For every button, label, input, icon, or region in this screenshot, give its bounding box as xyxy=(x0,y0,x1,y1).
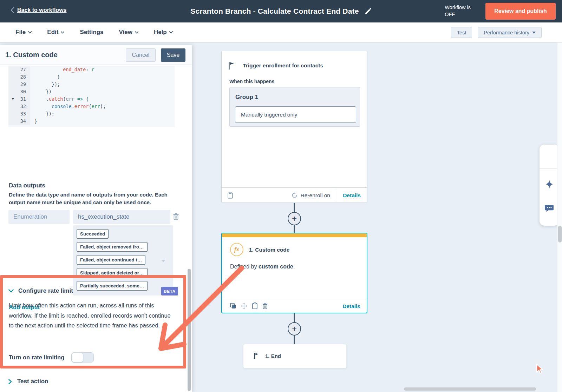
configure-rate-limit-toggle-header[interactable]: Configure rate limit xyxy=(8,287,73,294)
comments-icon[interactable] xyxy=(540,204,559,213)
code-text: } xyxy=(30,73,60,81)
enumeration-option-chip[interactable]: Failed, object removed fro… xyxy=(77,242,148,252)
code-line[interactable]: 30 }) xyxy=(8,88,175,95)
menu-item-label: Settings xyxy=(80,29,103,36)
save-button[interactable]: Save xyxy=(161,48,185,62)
vertical-scroll-thumb[interactable] xyxy=(558,226,562,242)
enumeration-option-chip[interactable]: Succeeded xyxy=(77,229,109,239)
top-header-bar: Back to workflows Scranton Branch - Calc… xyxy=(0,0,562,22)
enumeration-option-chip[interactable]: Skipped, action deleted or… xyxy=(77,268,148,278)
trigger-condition[interactable]: Manually triggered only xyxy=(235,106,356,123)
connector-line xyxy=(294,203,295,213)
custom-code-card[interactable]: fx 1. Custom code Defined by custom code… xyxy=(221,233,367,313)
enumeration-option-chip[interactable]: Failed, object continued t… xyxy=(77,255,145,265)
trigger-card[interactable]: Trigger enrollment for contacts When thi… xyxy=(221,51,367,203)
reenroll-label: Re-enroll on xyxy=(301,192,330,199)
fold-marker-icon[interactable]: ▼ xyxy=(12,95,14,103)
connector-line xyxy=(294,335,295,344)
caret-down-icon xyxy=(532,32,536,34)
workflow-status-line1: Workflow is xyxy=(445,4,471,11)
line-number: 28 xyxy=(8,73,30,81)
action-footer-icons xyxy=(230,303,268,309)
trigger-group-box[interactable]: Group 1 Manually triggered only xyxy=(229,87,360,127)
menu-item-view[interactable]: View xyxy=(119,29,138,36)
workflow-title: Scranton Branch - Calculate Contract End… xyxy=(190,7,359,15)
end-step-card[interactable]: 1. End xyxy=(243,344,347,368)
output-type-select[interactable]: Enumeration xyxy=(8,210,70,224)
code-line[interactable]: 27 end_date: r xyxy=(8,66,175,73)
defined-bold: custom code xyxy=(259,264,293,270)
chevron-down-icon xyxy=(28,31,32,34)
flag-icon xyxy=(229,62,234,69)
panel-header-buttons: Cancel Save xyxy=(126,48,185,62)
end-step-inner: 1. End xyxy=(254,353,281,359)
trigger-title: Trigger enrollment for contacts xyxy=(243,62,323,69)
code-text: }); xyxy=(30,110,54,118)
menu-item-label: File xyxy=(15,29,26,36)
enumeration-option-chip[interactable]: Partially succeeded, some… xyxy=(77,281,148,291)
code-text: .catch(err => { xyxy=(30,95,89,103)
action-card-footer: Details xyxy=(222,299,367,313)
menu-item-help[interactable]: Help xyxy=(154,29,173,36)
performance-history-button[interactable]: Performance history xyxy=(478,27,542,38)
line-number: 27 xyxy=(8,66,30,73)
edit-pencil-icon[interactable] xyxy=(365,8,372,15)
test-action-section-header[interactable]: Test action xyxy=(8,378,48,385)
flag-icon xyxy=(254,353,259,359)
menubar-right-buttons: Test Performance history xyxy=(451,27,542,38)
menu-item-file[interactable]: File xyxy=(15,29,32,36)
trash-icon[interactable] xyxy=(262,303,268,309)
chevron-down-icon xyxy=(8,289,14,293)
cancel-button[interactable]: Cancel xyxy=(126,48,156,62)
line-number: 33 xyxy=(8,110,30,118)
workflow-editor-app: Back to workflows Scranton Branch - Calc… xyxy=(0,0,562,392)
delete-output-icon[interactable] xyxy=(173,213,179,221)
enumeration-options-list: SucceededFailed, object removed fro…Fail… xyxy=(73,225,173,295)
review-and-publish-button[interactable]: Review and publish xyxy=(485,3,556,20)
code-line[interactable]: 28 } xyxy=(8,73,175,81)
output-name-input[interactable]: hs_execution_state xyxy=(73,210,170,224)
action-details-link[interactable]: Details xyxy=(342,299,360,313)
chevron-down-icon xyxy=(135,31,138,34)
menu-item-edit[interactable]: Edit xyxy=(47,29,64,36)
refresh-icon xyxy=(292,192,298,198)
panel-scroll-thumb[interactable] xyxy=(188,269,191,391)
clipboard-icon[interactable] xyxy=(252,303,257,309)
defined-prefix: Defined by xyxy=(230,264,259,270)
data-outputs-heading: Data outputs xyxy=(9,182,45,189)
workflow-status: Workflow is OFF xyxy=(445,4,471,18)
clipboard-icon[interactable] xyxy=(228,192,233,199)
test-action-label: Test action xyxy=(17,378,48,385)
menu-item-settings[interactable]: Settings xyxy=(80,29,103,36)
test-button-label: Test xyxy=(457,30,466,35)
code-line[interactable]: 34} xyxy=(8,118,175,125)
data-outputs-description: Define the data type and name of outputs… xyxy=(9,191,171,206)
rate-limit-toggle-row: Turn on rate limiting xyxy=(9,352,94,363)
reenroll-button[interactable]: Re-enroll on xyxy=(292,188,330,203)
chevron-right-icon xyxy=(8,379,12,384)
code-line[interactable]: 29 }); xyxy=(8,81,175,88)
code-editor[interactable]: 27 end_date: r28 }29 });30 })▼31 .catch(… xyxy=(8,66,175,127)
canvas-horizontal-scroll-thumb[interactable] xyxy=(404,387,536,391)
toolbar-divider xyxy=(540,168,559,169)
copy-icon[interactable] xyxy=(230,303,236,309)
line-number: 30 xyxy=(8,88,30,95)
move-icon[interactable] xyxy=(241,303,247,309)
rate-limit-heading: Configure rate limit xyxy=(18,287,73,294)
connector-line xyxy=(294,225,295,233)
toggle-knob xyxy=(72,353,83,362)
code-text: console.error(err); xyxy=(30,103,106,110)
trigger-details-link[interactable]: Details xyxy=(343,188,361,203)
code-line[interactable]: 32 console.error(err); xyxy=(8,103,175,110)
action-card-top-strip xyxy=(222,233,367,237)
rate-limit-toggle-label: Turn on rate limiting xyxy=(9,354,64,361)
test-button[interactable]: Test xyxy=(451,27,472,38)
add-action-button-2[interactable]: + xyxy=(288,322,301,335)
rate-limiting-toggle[interactable] xyxy=(71,352,94,363)
ai-sparkle-icon[interactable] xyxy=(540,180,559,189)
code-line[interactable]: 33 }); xyxy=(8,110,175,118)
code-line[interactable]: ▼31 .catch(err => { xyxy=(8,95,175,103)
page-vertical-scrollbar[interactable] xyxy=(557,42,562,392)
chevron-down-icon xyxy=(169,31,173,34)
add-action-button-1[interactable]: + xyxy=(288,212,301,225)
